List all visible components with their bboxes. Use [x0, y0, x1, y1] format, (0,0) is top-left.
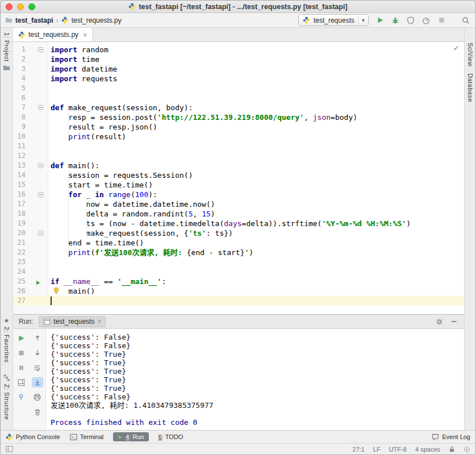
clear-all-button[interactable] — [32, 407, 43, 417]
stop-process-button[interactable] — [15, 348, 27, 358]
toolwindow-python-console[interactable]: Python Console — [6, 433, 60, 441]
window-minimize-button[interactable] — [17, 3, 24, 10]
fold-marker-icon[interactable] — [38, 105, 43, 110]
gutter-fold-column[interactable] — [26, 257, 45, 267]
line-number[interactable]: 4 — [13, 74, 26, 84]
event-log-button[interactable]: Event Log — [432, 433, 470, 441]
sidebar-item-database[interactable]: Database — [467, 73, 474, 102]
editor-line[interactable]: 25if __name__ == '__main__': — [13, 277, 464, 286]
line-number[interactable]: 21 — [13, 238, 26, 248]
fold-marker-icon[interactable] — [38, 163, 43, 168]
gutter-fold-column[interactable] — [26, 132, 45, 141]
line-number[interactable]: 22 — [13, 248, 26, 257]
line-number[interactable]: 17 — [13, 199, 26, 209]
gutter-fold-column[interactable] — [26, 248, 45, 257]
editor-line[interactable]: 3import datetime — [13, 64, 464, 74]
pin-tab-button[interactable] — [15, 392, 27, 402]
fold-marker-icon[interactable] — [38, 47, 43, 52]
indent-status[interactable]: 4 spaces — [415, 446, 440, 453]
sidebar-item-favorites[interactable]: ★ 2: Favorites — [3, 318, 10, 362]
gutter-fold-column[interactable] — [26, 122, 45, 132]
line-number[interactable]: 10 — [13, 132, 26, 141]
close-tab-icon[interactable]: × — [83, 31, 87, 39]
gutter-fold-column[interactable] — [26, 286, 45, 296]
search-everywhere-button[interactable] — [461, 15, 471, 26]
breadcrumb[interactable]: test_fastapi — [5, 16, 53, 24]
hide-panel-icon[interactable] — [450, 318, 457, 325]
line-number[interactable]: 3 — [13, 64, 26, 74]
editor-line[interactable]: 13def main(): — [13, 161, 464, 170]
window-maximize-button[interactable] — [28, 3, 35, 10]
line-number[interactable]: 9 — [13, 122, 26, 132]
breadcrumb-project[interactable]: test_fastapi — [15, 16, 53, 24]
editor-line[interactable]: 14 session = requests.Session() — [13, 170, 464, 180]
editor-line[interactable]: 5 — [13, 84, 464, 93]
gutter-fold-column[interactable] — [26, 238, 45, 248]
fold-marker-icon[interactable] — [38, 231, 43, 236]
line-number[interactable]: 18 — [13, 209, 26, 219]
editor-line[interactable]: 24 — [13, 267, 464, 277]
line-number[interactable]: 24 — [13, 267, 26, 277]
line-number[interactable]: 25 — [13, 277, 26, 286]
coverage-button[interactable] — [406, 15, 416, 26]
line-number[interactable]: 7 — [13, 103, 26, 112]
editor-line[interactable]: 2import time — [13, 55, 464, 64]
lock-icon[interactable] — [449, 446, 455, 453]
gutter-fold-column[interactable] — [26, 141, 45, 151]
editor-line[interactable]: 21 end = time.time() — [13, 238, 464, 248]
line-number[interactable]: 16 — [13, 190, 26, 199]
run-panel-tab[interactable]: test_requests × — [39, 316, 106, 327]
editor-line[interactable]: 7def make_request(session, body): — [13, 103, 464, 112]
sidebar-item-structure[interactable]: Z: Structure — [3, 374, 10, 420]
gutter-fold-column[interactable] — [26, 209, 45, 219]
editor-line[interactable]: 15 start = time.time() — [13, 180, 464, 190]
run-console-output[interactable]: {'success': False}{'success': False}{'su… — [46, 329, 464, 430]
close-run-tab-icon[interactable]: × — [97, 318, 101, 325]
gutter-fold-column[interactable] — [26, 190, 45, 199]
editor-line[interactable]: 11 — [13, 141, 464, 151]
editor-line[interactable]: 19 ts = (now - datetime.timedelta(days=d… — [13, 219, 464, 228]
intention-bulb-icon[interactable] — [53, 287, 60, 297]
line-number[interactable]: 11 — [13, 141, 26, 151]
down-stack-trace-button[interactable] — [32, 348, 43, 358]
editor-line[interactable]: 10 print(result) — [13, 132, 464, 141]
gutter-fold-column[interactable] — [26, 219, 45, 228]
gutter-fold-column[interactable] — [26, 170, 45, 180]
print-console-button[interactable] — [32, 392, 43, 402]
gutter-fold-column[interactable] — [26, 112, 45, 122]
toolwindow-todo[interactable]: 6: TODO — [158, 433, 183, 440]
line-number[interactable]: 26 — [13, 286, 26, 296]
gutter-fold-column[interactable] — [26, 74, 45, 84]
gutter-fold-column[interactable] — [26, 55, 45, 64]
encoding-status[interactable]: UTF-8 — [389, 446, 407, 453]
line-number[interactable]: 2 — [13, 55, 26, 64]
rerun-button[interactable] — [15, 333, 27, 343]
gutter-fold-column[interactable] — [26, 64, 45, 74]
sidebar-item-sciview[interactable]: SciView — [467, 43, 474, 66]
line-number[interactable]: 19 — [13, 219, 26, 228]
gutter-fold-column[interactable] — [26, 277, 45, 286]
breadcrumb-file[interactable]: test_requests.py — [61, 16, 122, 24]
line-separator-status[interactable]: LF — [373, 446, 381, 453]
gutter-fold-column[interactable] — [26, 161, 45, 170]
editor-line[interactable]: 17 now = datetime.datetime.now() — [13, 199, 464, 209]
editor-line[interactable]: 8 resp = session.post('http://122.51.39.… — [13, 112, 464, 122]
editor-line[interactable]: 12 — [13, 151, 464, 161]
gutter-fold-column[interactable] — [26, 84, 45, 93]
stop-button[interactable] — [436, 15, 446, 26]
run-configuration-select[interactable]: test_requests ▾ — [298, 14, 369, 26]
editor-line[interactable]: 6 — [13, 93, 464, 103]
breadcrumb-file-label[interactable]: test_requests.py — [72, 16, 122, 24]
line-number[interactable]: 1 — [13, 45, 26, 55]
editor-line[interactable]: 22 print(f'发送100次请求, 耗时: {end - start}') — [13, 248, 464, 257]
restore-layout-button[interactable] — [15, 377, 27, 387]
gutter-fold-column[interactable] — [26, 151, 45, 161]
gutter-fold-column[interactable] — [26, 93, 45, 103]
toolwindow-switcher-icon[interactable] — [6, 445, 13, 453]
scroll-to-end-button[interactable] — [32, 377, 43, 387]
line-number[interactable]: 5 — [13, 84, 26, 93]
fold-marker-icon[interactable] — [38, 192, 43, 197]
up-stack-trace-button[interactable] — [32, 333, 43, 343]
gutter-fold-column[interactable] — [26, 199, 45, 209]
toolwindow-run[interactable]: 4: Run — [113, 432, 148, 441]
